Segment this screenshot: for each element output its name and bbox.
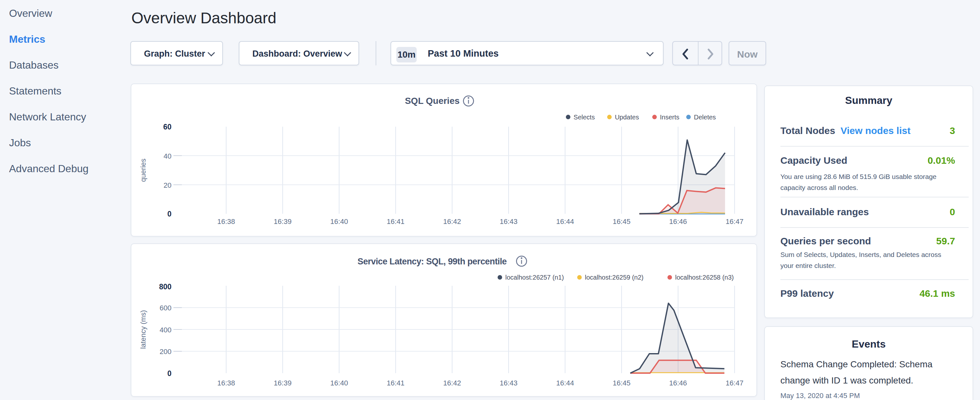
svg-text:16:38: 16:38 [217,217,235,225]
svg-text:200: 200 [159,347,172,356]
svg-text:800: 800 [159,282,172,291]
svg-text:Deletes: Deletes [694,113,716,120]
svg-text:40: 40 [164,152,172,160]
svg-text:16:38: 16:38 [217,379,235,387]
svg-text:16:42: 16:42 [443,379,461,387]
svg-text:16:47: 16:47 [726,379,743,387]
svg-text:16:41: 16:41 [387,217,404,225]
svg-text:16:40: 16:40 [330,379,348,387]
svg-text:16:39: 16:39 [274,217,291,225]
svg-text:20: 20 [164,181,172,189]
svg-text:0: 0 [167,209,172,218]
svg-text:600: 600 [159,304,172,312]
svg-text:400: 400 [159,326,172,334]
svg-text:16:46: 16:46 [669,217,687,225]
svg-text:16:43: 16:43 [500,379,517,387]
svg-text:0: 0 [167,369,172,378]
svg-text:16:40: 16:40 [330,217,348,225]
svg-text:Selects: Selects [574,113,595,120]
svg-text:queries: queries [139,158,147,182]
svg-text:latency (ms): latency (ms) [139,310,147,349]
svg-text:16:44: 16:44 [556,379,574,387]
svg-text:16:46: 16:46 [669,379,687,387]
svg-text:SQL Queries: SQL Queries [405,96,460,106]
svg-text:localhost:26258 (n3): localhost:26258 (n3) [675,274,734,281]
svg-text:16:47: 16:47 [726,217,743,225]
svg-text:Updates: Updates [615,113,639,120]
svg-text:16:43: 16:43 [500,217,517,225]
svg-text:localhost:26257 (n1): localhost:26257 (n1) [505,274,564,281]
svg-text:localhost:26259 (n2): localhost:26259 (n2) [585,274,644,281]
svg-text:16:44: 16:44 [556,217,574,225]
svg-text:16:42: 16:42 [443,217,461,225]
svg-text:16:45: 16:45 [613,217,631,225]
svg-text:Service Latency: SQL, 99th per: Service Latency: SQL, 99th percentile [358,257,507,266]
svg-text:60: 60 [163,122,172,131]
svg-text:Inserts: Inserts [660,113,679,120]
svg-text:16:45: 16:45 [613,379,631,387]
svg-text:16:41: 16:41 [387,379,404,387]
svg-text:16:39: 16:39 [274,379,291,387]
